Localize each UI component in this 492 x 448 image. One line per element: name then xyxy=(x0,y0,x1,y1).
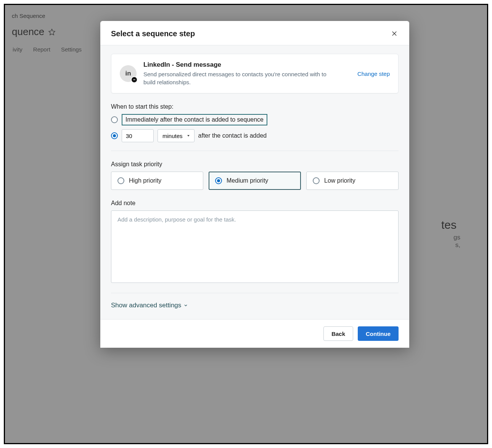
message-badge-icon xyxy=(131,76,138,83)
priority-medium-label: Medium priority xyxy=(227,177,268,184)
priority-label: Assign task priority xyxy=(111,161,399,168)
change-step-link[interactable]: Change step xyxy=(357,71,390,77)
priority-low-label: Low priority xyxy=(324,177,355,184)
option-immediate-row[interactable]: Immediately after the contact is added t… xyxy=(111,114,399,125)
svg-rect-3 xyxy=(133,79,135,80)
option-immediate-label: Immediately after the contact is added t… xyxy=(122,114,267,125)
delay-unit-label: minutes xyxy=(162,133,183,139)
modal-title: Select a sequence step xyxy=(111,29,195,38)
advanced-settings-toggle[interactable]: Show advanced settings xyxy=(111,302,399,309)
radio-priority-low[interactable] xyxy=(313,177,320,184)
priority-low[interactable]: Low priority xyxy=(306,172,399,190)
radio-priority-high[interactable] xyxy=(117,177,124,184)
priority-medium[interactable]: Medium priority xyxy=(209,172,301,190)
note-textarea[interactable] xyxy=(111,210,399,283)
option-delay-row[interactable]: minutes after the contact is added xyxy=(111,129,399,142)
radio-immediate[interactable] xyxy=(111,116,118,123)
step-title: LinkedIn - Send message xyxy=(143,61,351,69)
back-button[interactable]: Back xyxy=(323,326,353,341)
priority-high-label: High priority xyxy=(129,177,161,184)
chevron-down-icon xyxy=(187,134,190,138)
radio-delay[interactable] xyxy=(111,132,118,139)
divider xyxy=(111,151,399,151)
svg-marker-4 xyxy=(187,135,190,136)
radio-priority-medium[interactable] xyxy=(215,177,222,184)
selected-step-card: in LinkedIn - Send message Send personal… xyxy=(111,54,399,93)
divider-2 xyxy=(111,293,399,293)
linkedin-icon: in xyxy=(120,65,137,82)
close-icon[interactable] xyxy=(391,30,399,38)
sequence-step-modal: Select a sequence step in LinkedIn - Sen… xyxy=(100,21,409,348)
chevron-down-icon xyxy=(183,303,188,308)
delay-unit-select[interactable]: minutes xyxy=(158,129,195,142)
continue-button[interactable]: Continue xyxy=(358,326,399,341)
delay-after-text: after the contact is added xyxy=(198,132,267,139)
step-description: Send personalized direct messages to con… xyxy=(143,70,326,86)
when-label: When to start this step: xyxy=(111,103,399,110)
advanced-settings-label: Show advanced settings xyxy=(111,302,181,309)
priority-high[interactable]: High priority xyxy=(111,172,203,190)
delay-value-input[interactable] xyxy=(122,129,154,142)
note-label: Add note xyxy=(111,200,399,207)
